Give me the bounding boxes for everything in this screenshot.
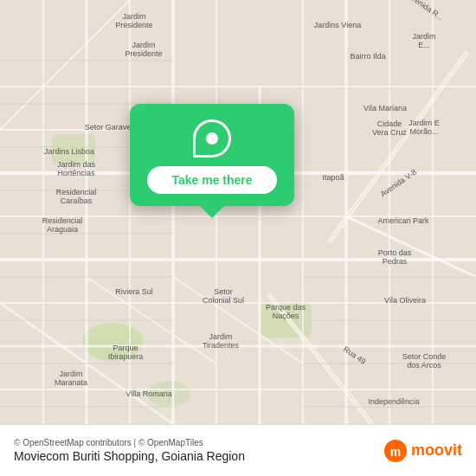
svg-text:Villa Romana: Villa Romana [125, 389, 171, 398]
svg-text:Jardins Lisboa: Jardins Lisboa [44, 147, 94, 156]
pin-icon [185, 112, 239, 165]
svg-text:Maranata: Maranata [55, 378, 87, 387]
moovit-logo: m moovit [383, 439, 462, 463]
svg-text:Jardim: Jardim [209, 332, 232, 341]
svg-text:dos Arcos: dos Arcos [407, 361, 441, 370]
place-name: Moviecom Buriti Shopping, Goiania Region [14, 449, 383, 463]
svg-text:Presidente: Presidente [115, 21, 152, 29]
svg-text:Hortências: Hortências [57, 169, 95, 177]
svg-text:Vila Mariana: Vila Mariana [363, 104, 407, 113]
svg-text:Setor Conde: Setor Conde [402, 352, 447, 361]
svg-text:Residencial: Residencial [56, 188, 97, 196]
svg-text:Jardim: Jardim [122, 12, 145, 21]
moovit-text: moovit [411, 441, 462, 460]
svg-text:Jardim: Jardim [412, 32, 435, 41]
map-container: Jardim Presidente Jardins Viena Jardim P… [0, 0, 476, 424]
moovit-icon: m [383, 439, 408, 463]
svg-text:E...: E... [418, 41, 430, 49]
svg-text:Independência: Independência [368, 397, 419, 406]
bottom-bar: © OpenStreetMap contributors | © OpenMap… [0, 424, 476, 476]
svg-text:m: m [390, 445, 401, 459]
svg-text:Nações: Nações [273, 312, 299, 320]
svg-text:Pedras: Pedras [383, 257, 408, 266]
svg-text:Ibirapuera: Ibirapuera [108, 352, 144, 361]
map-attribution: © OpenStreetMap contributors | © OpenMap… [14, 438, 383, 447]
svg-text:Cidade: Cidade [377, 119, 402, 128]
svg-text:Riviera Sul: Riviera Sul [115, 287, 153, 296]
svg-text:Vera Cruz: Vera Cruz [372, 128, 408, 137]
svg-text:Parque: Parque [113, 344, 138, 352]
svg-text:Presidente: Presidente [125, 49, 162, 58]
map-background: Jardim Presidente Jardins Viena Jardim P… [0, 0, 476, 424]
location-popup: Take me there [130, 104, 294, 206]
svg-text:Caraíbas: Caraíbas [61, 196, 93, 205]
svg-text:Setor: Setor [214, 287, 233, 296]
take-me-there-button[interactable]: Take me there [147, 166, 277, 194]
svg-text:Vila Oliveira: Vila Oliveira [384, 296, 426, 305]
svg-text:Parque das: Parque das [266, 303, 306, 312]
svg-text:Itapoã: Itapoã [322, 173, 344, 182]
svg-text:Jardins Viena: Jardins Viena [314, 21, 361, 29]
svg-text:Jardim: Jardim [132, 41, 155, 49]
svg-text:Araguaia: Araguaia [47, 225, 78, 234]
svg-text:Jardim E: Jardim E [408, 119, 440, 127]
svg-text:Jardim: Jardim [59, 370, 82, 378]
svg-text:Colonial Sul: Colonial Sul [203, 296, 244, 305]
svg-text:Porto das: Porto das [378, 248, 412, 257]
location-info: © OpenStreetMap contributors | © OpenMap… [14, 438, 383, 463]
svg-text:Tiradentes: Tiradentes [203, 341, 240, 350]
svg-text:Morão...: Morão... [409, 127, 438, 136]
svg-text:Jardim das: Jardim das [57, 160, 96, 169]
svg-text:Bairro Ilda: Bairro Ilda [350, 52, 385, 61]
svg-text:Residencial: Residencial [42, 216, 83, 225]
svg-text:American Park: American Park [377, 216, 429, 225]
